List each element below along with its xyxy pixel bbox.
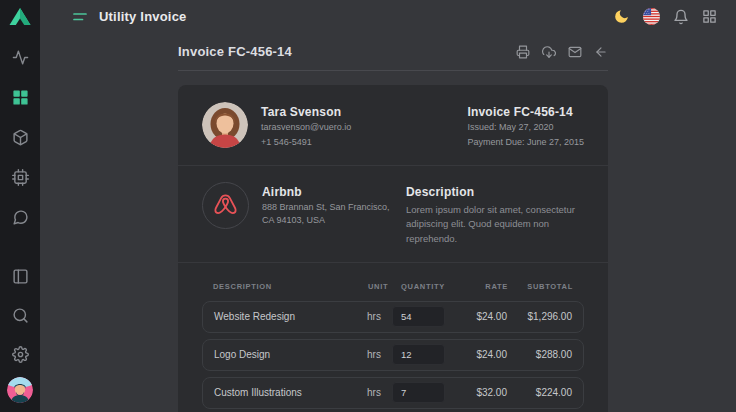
invoice-number: Invoice FC-456-14	[467, 105, 584, 119]
row-description: Custom Illustrations	[214, 387, 367, 398]
user-avatar[interactable]	[7, 377, 33, 403]
topbar-actions	[613, 8, 736, 25]
top-navbar: Utility Invoice	[40, 0, 736, 33]
print-icon[interactable]	[516, 45, 530, 59]
row-rate: $24.00	[445, 311, 507, 322]
email-icon[interactable]	[568, 45, 582, 59]
row-description: Website Redesign	[214, 311, 367, 322]
customer-avatar	[202, 102, 248, 148]
panels-icon[interactable]	[12, 268, 29, 285]
icon-sidebar	[0, 0, 40, 412]
table-row: Website Redesign hrs $24.00 $1,296.00	[202, 301, 584, 333]
company-section: Airbnb 888 Brannan St, San Francisco, CA…	[178, 166, 608, 263]
language-us-flag-icon[interactable]	[643, 8, 660, 25]
company-address-2: CA 94103, USA	[262, 215, 390, 225]
company-info: Airbnb 888 Brannan St, San Francisco, CA…	[262, 182, 390, 225]
row-subtotal: $288.00	[507, 349, 572, 360]
customer-section: Tara Svenson tarasvenson@vuero.io +1 546…	[178, 85, 608, 166]
notifications-bell-icon[interactable]	[673, 9, 689, 25]
customer-email: tarasvenson@vuero.io	[261, 122, 351, 132]
search-icon[interactable]	[12, 307, 29, 324]
invoice-card: Tara Svenson tarasvenson@vuero.io +1 546…	[178, 85, 608, 412]
menu-hamburger-icon[interactable]	[73, 12, 87, 22]
row-description: Logo Design	[214, 349, 367, 360]
row-subtotal: $224.00	[507, 387, 572, 398]
header-unit: UNIT	[368, 282, 393, 291]
main-content: Invoice FC-456-14	[178, 33, 608, 412]
header-description: DESCRIPTION	[213, 282, 368, 291]
customer-phone: +1 546-5491	[261, 137, 351, 147]
invoice-actions	[516, 45, 608, 59]
cpu-icon[interactable]	[12, 169, 29, 186]
quantity-input[interactable]	[392, 344, 445, 365]
page-title-topbar: Utility Invoice	[99, 9, 187, 24]
quantity-input[interactable]	[392, 306, 445, 327]
table-row: Custom Illustrations hrs $32.00 $224.00	[202, 377, 584, 409]
items-table: DESCRIPTION UNIT QUANTITY RATE SUBTOTAL …	[178, 263, 608, 412]
customer-info: Tara Svenson tarasvenson@vuero.io +1 546…	[261, 102, 351, 147]
activity-icon[interactable]	[12, 49, 29, 66]
row-rate: $32.00	[445, 387, 507, 398]
row-unit: hrs	[367, 387, 392, 398]
dashboard-grid-icon[interactable]	[12, 89, 29, 106]
settings-gear-icon[interactable]	[12, 346, 29, 363]
table-rows: Website Redesign hrs $24.00 $1,296.00 Lo…	[202, 301, 584, 409]
invoice-page-title: Invoice FC-456-14	[178, 44, 292, 59]
invoice-meta: Invoice FC-456-14 Issued: May 27, 2020 P…	[467, 102, 584, 147]
cloud-download-icon[interactable]	[542, 45, 556, 59]
description-text: Lorem ipsum dolor sit amet, consectetur …	[406, 203, 584, 246]
row-unit: hrs	[367, 311, 392, 322]
company-address-1: 888 Brannan St, San Francisco,	[262, 202, 390, 212]
row-subtotal: $1,296.00	[507, 311, 572, 322]
header-quantity: QUANTITY	[393, 282, 446, 291]
back-arrow-icon[interactable]	[594, 45, 608, 59]
customer-name: Tara Svenson	[261, 105, 351, 119]
invoice-issued: Issued: May 27, 2020	[467, 122, 584, 132]
row-unit: hrs	[367, 349, 392, 360]
header-rate: RATE	[446, 282, 508, 291]
apps-grid-icon[interactable]	[702, 9, 717, 24]
row-rate: $24.00	[445, 349, 507, 360]
chat-bubble-icon[interactable]	[12, 209, 29, 226]
table-header-row: DESCRIPTION UNIT QUANTITY RATE SUBTOTAL	[202, 273, 584, 301]
table-row: Logo Design hrs $24.00 $288.00	[202, 339, 584, 371]
description-title: Description	[406, 185, 584, 199]
airbnb-logo-icon	[202, 182, 249, 229]
app-logo-icon[interactable]	[9, 7, 31, 26]
sidebar-bottom-group	[7, 268, 33, 412]
invoice-payment-due: Payment Due: June 27, 2015	[467, 137, 584, 147]
invoice-header-row: Invoice FC-456-14	[178, 33, 608, 71]
box-icon[interactable]	[12, 129, 29, 146]
header-subtotal: SUBTOTAL	[508, 282, 573, 291]
company-name: Airbnb	[262, 185, 390, 199]
quantity-input[interactable]	[392, 382, 445, 403]
dark-mode-moon-icon[interactable]	[613, 8, 630, 25]
description-block: Description Lorem ipsum dolor sit amet, …	[406, 182, 584, 246]
